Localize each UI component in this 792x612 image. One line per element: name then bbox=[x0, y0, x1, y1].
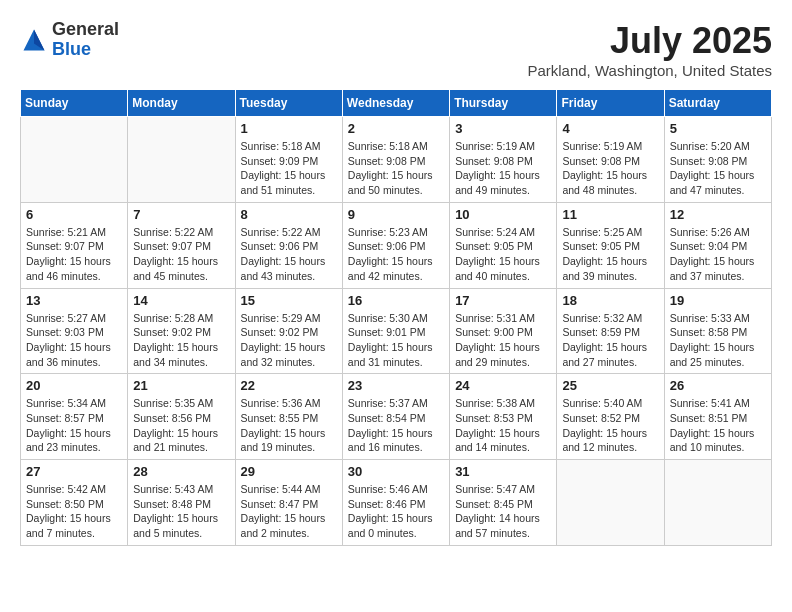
month-title: July 2025 bbox=[527, 20, 772, 62]
day-info: Sunrise: 5:29 AM Sunset: 9:02 PM Dayligh… bbox=[241, 311, 337, 370]
day-number: 29 bbox=[241, 464, 337, 479]
calendar-cell: 15Sunrise: 5:29 AM Sunset: 9:02 PM Dayli… bbox=[235, 288, 342, 374]
day-info: Sunrise: 5:30 AM Sunset: 9:01 PM Dayligh… bbox=[348, 311, 444, 370]
weekday-header-row: SundayMondayTuesdayWednesdayThursdayFrid… bbox=[21, 90, 772, 117]
weekday-header: Tuesday bbox=[235, 90, 342, 117]
day-info: Sunrise: 5:33 AM Sunset: 8:58 PM Dayligh… bbox=[670, 311, 766, 370]
day-info: Sunrise: 5:19 AM Sunset: 9:08 PM Dayligh… bbox=[455, 139, 551, 198]
calendar-cell: 14Sunrise: 5:28 AM Sunset: 9:02 PM Dayli… bbox=[128, 288, 235, 374]
calendar-cell: 16Sunrise: 5:30 AM Sunset: 9:01 PM Dayli… bbox=[342, 288, 449, 374]
day-info: Sunrise: 5:27 AM Sunset: 9:03 PM Dayligh… bbox=[26, 311, 122, 370]
day-number: 8 bbox=[241, 207, 337, 222]
day-info: Sunrise: 5:25 AM Sunset: 9:05 PM Dayligh… bbox=[562, 225, 658, 284]
day-info: Sunrise: 5:43 AM Sunset: 8:48 PM Dayligh… bbox=[133, 482, 229, 541]
day-info: Sunrise: 5:38 AM Sunset: 8:53 PM Dayligh… bbox=[455, 396, 551, 455]
calendar-cell bbox=[664, 460, 771, 546]
calendar-cell: 10Sunrise: 5:24 AM Sunset: 9:05 PM Dayli… bbox=[450, 202, 557, 288]
day-info: Sunrise: 5:24 AM Sunset: 9:05 PM Dayligh… bbox=[455, 225, 551, 284]
calendar-week-row: 20Sunrise: 5:34 AM Sunset: 8:57 PM Dayli… bbox=[21, 374, 772, 460]
day-number: 11 bbox=[562, 207, 658, 222]
calendar-cell: 8Sunrise: 5:22 AM Sunset: 9:06 PM Daylig… bbox=[235, 202, 342, 288]
day-number: 23 bbox=[348, 378, 444, 393]
calendar-cell: 2Sunrise: 5:18 AM Sunset: 9:08 PM Daylig… bbox=[342, 117, 449, 203]
calendar-cell: 29Sunrise: 5:44 AM Sunset: 8:47 PM Dayli… bbox=[235, 460, 342, 546]
calendar-cell: 13Sunrise: 5:27 AM Sunset: 9:03 PM Dayli… bbox=[21, 288, 128, 374]
day-info: Sunrise: 5:21 AM Sunset: 9:07 PM Dayligh… bbox=[26, 225, 122, 284]
day-info: Sunrise: 5:37 AM Sunset: 8:54 PM Dayligh… bbox=[348, 396, 444, 455]
day-number: 3 bbox=[455, 121, 551, 136]
calendar-week-row: 6Sunrise: 5:21 AM Sunset: 9:07 PM Daylig… bbox=[21, 202, 772, 288]
calendar-cell: 26Sunrise: 5:41 AM Sunset: 8:51 PM Dayli… bbox=[664, 374, 771, 460]
page-header: General Blue July 2025 Parkland, Washing… bbox=[20, 20, 772, 79]
calendar-cell: 12Sunrise: 5:26 AM Sunset: 9:04 PM Dayli… bbox=[664, 202, 771, 288]
day-number: 28 bbox=[133, 464, 229, 479]
day-number: 25 bbox=[562, 378, 658, 393]
calendar-cell: 19Sunrise: 5:33 AM Sunset: 8:58 PM Dayli… bbox=[664, 288, 771, 374]
day-info: Sunrise: 5:34 AM Sunset: 8:57 PM Dayligh… bbox=[26, 396, 122, 455]
calendar-cell: 27Sunrise: 5:42 AM Sunset: 8:50 PM Dayli… bbox=[21, 460, 128, 546]
day-number: 6 bbox=[26, 207, 122, 222]
weekday-header: Monday bbox=[128, 90, 235, 117]
logo-icon bbox=[20, 26, 48, 54]
calendar-cell: 3Sunrise: 5:19 AM Sunset: 9:08 PM Daylig… bbox=[450, 117, 557, 203]
day-number: 1 bbox=[241, 121, 337, 136]
day-number: 17 bbox=[455, 293, 551, 308]
calendar-cell: 22Sunrise: 5:36 AM Sunset: 8:55 PM Dayli… bbox=[235, 374, 342, 460]
calendar-cell: 21Sunrise: 5:35 AM Sunset: 8:56 PM Dayli… bbox=[128, 374, 235, 460]
day-info: Sunrise: 5:40 AM Sunset: 8:52 PM Dayligh… bbox=[562, 396, 658, 455]
logo: General Blue bbox=[20, 20, 119, 60]
calendar-cell: 6Sunrise: 5:21 AM Sunset: 9:07 PM Daylig… bbox=[21, 202, 128, 288]
calendar-cell: 11Sunrise: 5:25 AM Sunset: 9:05 PM Dayli… bbox=[557, 202, 664, 288]
day-number: 22 bbox=[241, 378, 337, 393]
calendar-cell: 7Sunrise: 5:22 AM Sunset: 9:07 PM Daylig… bbox=[128, 202, 235, 288]
weekday-header: Saturday bbox=[664, 90, 771, 117]
day-info: Sunrise: 5:42 AM Sunset: 8:50 PM Dayligh… bbox=[26, 482, 122, 541]
weekday-header: Wednesday bbox=[342, 90, 449, 117]
day-number: 7 bbox=[133, 207, 229, 222]
calendar-cell bbox=[128, 117, 235, 203]
day-info: Sunrise: 5:22 AM Sunset: 9:06 PM Dayligh… bbox=[241, 225, 337, 284]
day-info: Sunrise: 5:47 AM Sunset: 8:45 PM Dayligh… bbox=[455, 482, 551, 541]
day-number: 5 bbox=[670, 121, 766, 136]
day-info: Sunrise: 5:19 AM Sunset: 9:08 PM Dayligh… bbox=[562, 139, 658, 198]
day-info: Sunrise: 5:41 AM Sunset: 8:51 PM Dayligh… bbox=[670, 396, 766, 455]
weekday-header: Sunday bbox=[21, 90, 128, 117]
weekday-header: Thursday bbox=[450, 90, 557, 117]
day-info: Sunrise: 5:35 AM Sunset: 8:56 PM Dayligh… bbox=[133, 396, 229, 455]
calendar-cell: 28Sunrise: 5:43 AM Sunset: 8:48 PM Dayli… bbox=[128, 460, 235, 546]
day-number: 10 bbox=[455, 207, 551, 222]
day-number: 30 bbox=[348, 464, 444, 479]
weekday-header: Friday bbox=[557, 90, 664, 117]
day-info: Sunrise: 5:22 AM Sunset: 9:07 PM Dayligh… bbox=[133, 225, 229, 284]
calendar-cell: 24Sunrise: 5:38 AM Sunset: 8:53 PM Dayli… bbox=[450, 374, 557, 460]
day-number: 27 bbox=[26, 464, 122, 479]
calendar-week-row: 13Sunrise: 5:27 AM Sunset: 9:03 PM Dayli… bbox=[21, 288, 772, 374]
calendar-table: SundayMondayTuesdayWednesdayThursdayFrid… bbox=[20, 89, 772, 546]
calendar-cell: 20Sunrise: 5:34 AM Sunset: 8:57 PM Dayli… bbox=[21, 374, 128, 460]
calendar-cell bbox=[21, 117, 128, 203]
day-info: Sunrise: 5:36 AM Sunset: 8:55 PM Dayligh… bbox=[241, 396, 337, 455]
day-info: Sunrise: 5:18 AM Sunset: 9:09 PM Dayligh… bbox=[241, 139, 337, 198]
calendar-cell: 5Sunrise: 5:20 AM Sunset: 9:08 PM Daylig… bbox=[664, 117, 771, 203]
calendar-week-row: 27Sunrise: 5:42 AM Sunset: 8:50 PM Dayli… bbox=[21, 460, 772, 546]
day-info: Sunrise: 5:23 AM Sunset: 9:06 PM Dayligh… bbox=[348, 225, 444, 284]
day-info: Sunrise: 5:32 AM Sunset: 8:59 PM Dayligh… bbox=[562, 311, 658, 370]
day-number: 15 bbox=[241, 293, 337, 308]
location: Parkland, Washington, United States bbox=[527, 62, 772, 79]
day-number: 9 bbox=[348, 207, 444, 222]
day-number: 31 bbox=[455, 464, 551, 479]
day-number: 2 bbox=[348, 121, 444, 136]
day-number: 26 bbox=[670, 378, 766, 393]
day-info: Sunrise: 5:46 AM Sunset: 8:46 PM Dayligh… bbox=[348, 482, 444, 541]
calendar-cell: 31Sunrise: 5:47 AM Sunset: 8:45 PM Dayli… bbox=[450, 460, 557, 546]
calendar-cell: 17Sunrise: 5:31 AM Sunset: 9:00 PM Dayli… bbox=[450, 288, 557, 374]
calendar-cell: 25Sunrise: 5:40 AM Sunset: 8:52 PM Dayli… bbox=[557, 374, 664, 460]
title-block: July 2025 Parkland, Washington, United S… bbox=[527, 20, 772, 79]
calendar-cell: 23Sunrise: 5:37 AM Sunset: 8:54 PM Dayli… bbox=[342, 374, 449, 460]
day-info: Sunrise: 5:26 AM Sunset: 9:04 PM Dayligh… bbox=[670, 225, 766, 284]
day-info: Sunrise: 5:28 AM Sunset: 9:02 PM Dayligh… bbox=[133, 311, 229, 370]
day-number: 20 bbox=[26, 378, 122, 393]
calendar-cell: 1Sunrise: 5:18 AM Sunset: 9:09 PM Daylig… bbox=[235, 117, 342, 203]
day-info: Sunrise: 5:20 AM Sunset: 9:08 PM Dayligh… bbox=[670, 139, 766, 198]
day-number: 16 bbox=[348, 293, 444, 308]
